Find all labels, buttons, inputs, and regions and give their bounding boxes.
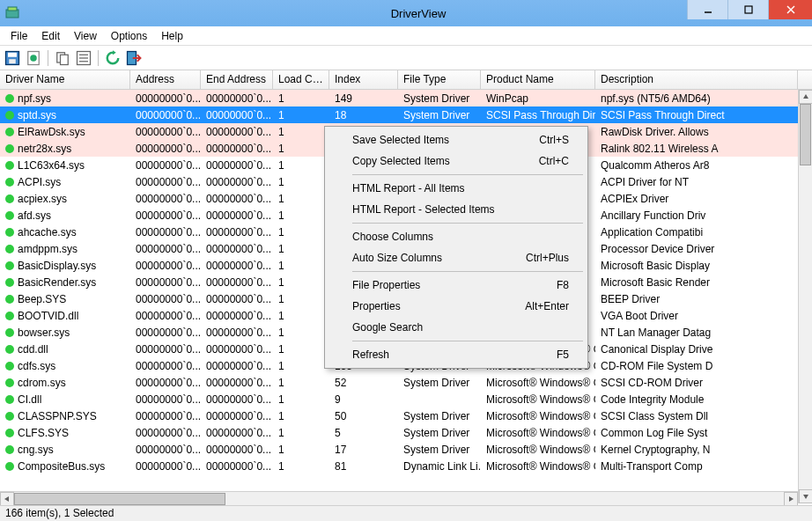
titlebar: DriverView	[0, 0, 812, 26]
context-menu-shortcut: F5	[557, 349, 569, 361]
scroll-thumb[interactable]	[800, 104, 811, 165]
cell: 00000000`0...	[130, 143, 201, 155]
menu-view[interactable]: View	[67, 28, 104, 44]
context-menu-item[interactable]: PropertiesAlt+Enter	[328, 296, 585, 317]
cell: Beep.SYS	[0, 293, 130, 305]
column-header[interactable]: Driver Name	[0, 70, 130, 89]
exit-icon[interactable]	[125, 49, 143, 67]
svg-marker-20	[803, 495, 808, 499]
svg-rect-12	[61, 55, 69, 64]
driver-icon	[5, 111, 14, 120]
cell: RawDisk Driver. Allows	[595, 126, 798, 138]
scroll-up-button[interactable]	[799, 90, 812, 104]
cell: 00000000`0...	[201, 176, 273, 188]
cell: System Driver	[398, 109, 481, 121]
svg-rect-7	[8, 52, 17, 56]
table-row[interactable]: CLFS.SYS00000000`0...00000000`0...15Syst…	[0, 424, 812, 441]
cell: CompositeBus.sys	[0, 460, 130, 473]
cell: 1	[273, 460, 329, 473]
horizontal-scrollbar[interactable]	[0, 491, 798, 505]
scroll-down-button[interactable]	[799, 489, 812, 503]
cell: 00000000`0...	[201, 460, 273, 473]
context-menu-item[interactable]: HTML Report - All Items	[328, 178, 585, 199]
cell: netr28x.sys	[0, 143, 130, 155]
maximize-button[interactable]	[727, 0, 768, 19]
cell: Microsoft Basic Render	[595, 276, 798, 289]
context-menu-item[interactable]: Choose Columns	[328, 226, 585, 247]
cell: Code Integrity Module	[595, 393, 798, 406]
column-header[interactable]: Load Count	[273, 70, 329, 89]
properties-icon[interactable]	[75, 49, 92, 67]
cell: Ralink 802.11 Wireless A	[595, 143, 798, 155]
context-menu-item[interactable]: Copy Selected ItemsCtrl+C	[328, 150, 585, 172]
cell: Kernel Cryptography, N	[595, 444, 798, 456]
cell: 00000000`0...	[130, 193, 201, 205]
cell: 1	[273, 293, 329, 305]
cell: 17	[329, 444, 398, 456]
context-menu-item[interactable]: Auto Size ColumnsCtrl+Plus	[328, 247, 585, 268]
driver-icon	[5, 261, 14, 270]
menu-help[interactable]: Help	[154, 28, 190, 44]
cell: ACPIEx Driver	[595, 193, 798, 205]
context-menu-item[interactable]: HTML Report - Selected Items	[328, 199, 585, 220]
copy-icon[interactable]	[54, 49, 71, 67]
table-row[interactable]: CLASSPNP.SYS00000000`0...00000000`0...15…	[0, 407, 812, 424]
cell: ahcache.sys	[0, 226, 130, 238]
column-header[interactable]: End Address	[201, 70, 273, 89]
cell: 1	[273, 109, 329, 121]
table-row[interactable]: sptd.sys00000000`0...00000000`0...118Sys…	[0, 106, 812, 123]
table-row[interactable]: CI.dll00000000`0...00000000`0...19Micros…	[0, 391, 812, 407]
svg-rect-3	[745, 6, 752, 13]
scroll-right-button[interactable]	[784, 492, 798, 506]
cell: 00000000`0...	[130, 209, 201, 222]
context-menu-item[interactable]: Google Search	[328, 317, 585, 338]
cell: Multi-Transport Comp	[595, 460, 798, 473]
column-header[interactable]: Description	[595, 70, 798, 89]
context-menu-label: Refresh	[352, 349, 389, 361]
cell: Microsoft® Windows® Oper...	[481, 444, 595, 456]
driver-icon	[5, 211, 14, 220]
cell: 149	[329, 92, 398, 105]
column-header[interactable]: Product Name	[481, 70, 595, 89]
cell: 00000000`0...	[201, 310, 273, 322]
refresh-icon[interactable]	[104, 49, 122, 67]
context-menu-separator	[352, 341, 583, 341]
menu-file[interactable]: File	[4, 28, 34, 44]
table-row[interactable]: cdrom.sys00000000`0...00000000`0...152Sy…	[0, 374, 812, 391]
app-icon	[5, 6, 19, 20]
cell: 1	[273, 92, 329, 105]
cell: 1	[273, 193, 329, 205]
column-header[interactable]: File Type	[398, 70, 481, 89]
cell: 1	[273, 226, 329, 238]
scroll-track[interactable]	[14, 492, 784, 506]
context-menu-separator	[352, 223, 583, 224]
table-row[interactable]: CompositeBus.sys00000000`0...00000000`0.…	[0, 458, 812, 474]
cell: 00000000`0...	[201, 327, 273, 339]
column-header[interactable]: Index	[329, 70, 398, 89]
close-button[interactable]	[768, 0, 812, 19]
driver-icon	[5, 144, 14, 153]
driver-icon	[5, 445, 14, 454]
cell: acpiex.sys	[0, 193, 130, 205]
column-header[interactable]: Address	[130, 70, 201, 89]
htmlreport-icon[interactable]	[25, 49, 42, 67]
save-icon[interactable]	[4, 49, 21, 67]
scroll-left-button[interactable]	[0, 492, 14, 506]
context-menu-item[interactable]: RefreshF5	[328, 344, 585, 365]
cell: 1	[273, 327, 329, 339]
table-row[interactable]: cng.sys00000000`0...00000000`0...117Syst…	[0, 441, 812, 458]
menu-options[interactable]: Options	[104, 28, 154, 44]
cell: 52	[329, 377, 398, 389]
cell: SCSI Class System Dll	[595, 410, 798, 422]
menu-edit[interactable]: Edit	[34, 28, 67, 44]
cell: 00000000`0...	[201, 143, 273, 155]
context-menu-item[interactable]: Save Selected ItemsCtrl+S	[328, 129, 585, 150]
vertical-scrollbar[interactable]	[798, 90, 812, 503]
table-row[interactable]: npf.sys00000000`0...00000000`0...1149Sys…	[0, 90, 812, 106]
minimize-button[interactable]	[687, 0, 727, 19]
context-menu-item[interactable]: File PropertiesF8	[328, 275, 585, 296]
cell: 00000000`0...	[201, 410, 273, 422]
scroll-thumb[interactable]	[14, 493, 225, 505]
grid-header: Driver NameAddressEnd AddressLoad CountI…	[0, 70, 812, 90]
cell: 00000000`0...	[130, 427, 201, 439]
